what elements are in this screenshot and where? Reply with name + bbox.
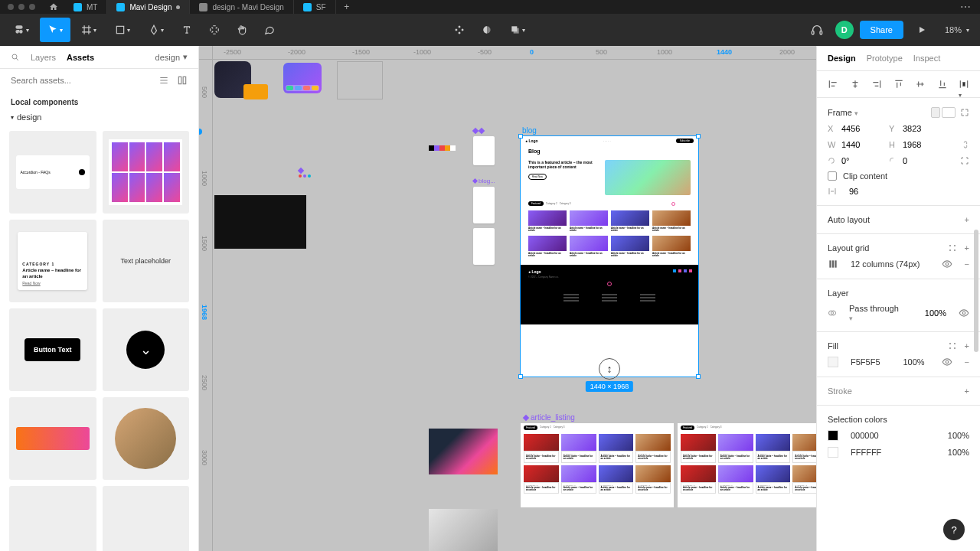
frame-label[interactable]: blog [522,126,537,135]
traffic-max[interactable] [29,4,35,10]
article-listing-frame[interactable]: FeaturedCategory 2Category 3 CATEGORY 1A… [521,423,674,507]
blog-frame[interactable]: 1440 × 1968 ● Logo· · · · ·Subscribe Blo… [521,136,698,377]
canvas-color-swatches[interactable] [429,145,456,151]
list-view-button[interactable] [158,75,169,86]
checkbox[interactable] [828,171,837,181]
spacing-input[interactable] [849,187,880,196]
add-autolayout-button[interactable]: + [965,215,969,224]
color-opacity[interactable]: 100% [948,431,969,440]
fill-style-button[interactable] [948,341,957,350]
independent-corners-button[interactable] [960,156,969,165]
present-button[interactable] [910,18,934,42]
traffic-close[interactable] [8,4,14,10]
comment-tool[interactable] [257,18,282,42]
zoom-dropdown[interactable]: 18%▾ [940,25,974,34]
color-opacity[interactable]: 100% [948,448,969,457]
canvas-meeting-image[interactable] [429,509,498,551]
fill-visibility-button[interactable] [942,357,952,367]
page-selector[interactable]: design ▾ [155,52,188,62]
canvas-laptop-image[interactable] [429,429,498,474]
asset-gradient-banner[interactable] [9,397,96,480]
canvas-phone-mockup[interactable] [214,61,268,99]
selection-handle[interactable] [518,134,523,139]
resize-to-fit-button[interactable] [960,108,969,117]
canvas-dots[interactable] [299,174,311,178]
component-marker[interactable] [299,168,303,173]
add-stroke-button[interactable]: + [965,386,969,396]
scrollbar[interactable] [974,230,978,352]
file-tab[interactable]: SF [294,0,336,14]
library-button[interactable] [177,75,188,86]
inspect-tab[interactable]: Inspect [913,46,940,70]
clip-content-row[interactable]: Clip content [817,168,980,184]
fill-swatch[interactable] [828,357,838,367]
user-avatar[interactable]: D [835,21,854,39]
asset-grid-thumbs[interactable] [103,131,190,214]
selection-handle[interactable] [696,134,701,139]
share-button[interactable]: Share [860,21,903,39]
canvas[interactable]: -2500 -2000 -1500 -1000 -500 0 500 1000 … [199,46,816,551]
grid-style-button[interactable] [948,243,957,253]
align-left-icon[interactable] [828,79,838,90]
canvas-empty-frame[interactable] [337,61,383,99]
help-button[interactable]: ? [943,519,965,540]
asset-accordion[interactable]: Accordion - FAQs [9,131,96,214]
fill-hex[interactable]: F5F5F5 [851,357,890,367]
asset-article-card[interactable]: CATEGORY 1Article name – headline for an… [9,220,96,302]
asset-arrow-circle[interactable]: ⌄ [103,308,190,391]
pen-tool[interactable]: ▾ [141,18,172,42]
frame-tool[interactable]: ▾ [74,18,104,42]
layer-visibility-button[interactable] [959,308,969,318]
asset-button[interactable]: Button Text [9,308,96,391]
w-input[interactable] [841,140,877,149]
canvas-mini-card[interactable] [473,187,495,223]
traffic-min[interactable] [18,4,24,10]
component-label[interactable]: article_listing [524,413,575,422]
color-hex[interactable]: FFFFFF [851,448,936,457]
remove-grid-button[interactable]: − [965,259,969,269]
shape-tool[interactable]: ▾ [107,18,138,42]
align-top-icon[interactable] [893,79,904,90]
article-listing-frame-variant[interactable]: FeaturedCategory 2Category 3 CATEGORY 1A… [678,423,816,507]
components-button[interactable] [447,18,472,42]
main-menu-button[interactable]: ▾ [6,18,37,42]
audio-button[interactable] [805,18,829,42]
constrain-proportions-button[interactable] [962,139,969,150]
new-tab-button[interactable]: + [336,0,358,14]
asset-item[interactable] [9,486,96,551]
remove-fill-button[interactable]: − [965,357,969,367]
file-tab[interactable]: design - Mavi Design [190,0,293,14]
component-label[interactable]: blog... [473,178,495,184]
blend-mode-dropdown[interactable]: Pass through ▾ [849,304,903,322]
asset-tree-item[interactable]: ▾design [0,109,198,125]
align-right-icon[interactable] [871,79,882,90]
distribute-icon[interactable]: ▾ [959,79,969,90]
add-fill-button[interactable]: + [965,341,969,350]
fill-opacity[interactable]: 100% [903,357,924,367]
prototype-tab[interactable]: Prototype [867,46,903,70]
component-marker[interactable] [473,129,484,133]
hand-tool[interactable] [230,18,254,42]
assets-tab[interactable]: Assets [67,53,94,62]
h-input[interactable] [903,140,938,149]
color-swatch[interactable] [828,447,838,458]
file-tab[interactable]: Mavi Design [107,0,190,14]
asset-text-placeholder[interactable]: Text placeholder [103,220,190,302]
color-swatch[interactable] [828,430,838,441]
assets-search-input[interactable] [11,76,151,85]
color-hex[interactable]: 000000 [851,431,936,440]
canvas-dark-frame[interactable] [214,195,306,249]
grid-visibility-button[interactable] [942,259,952,269]
layer-opacity-input[interactable] [916,308,946,318]
selection-handle[interactable] [696,374,701,379]
boolean-button[interactable]: ▾ [502,18,533,42]
align-bottom-icon[interactable] [937,79,948,90]
frame-orientation[interactable] [931,107,956,118]
align-vcenter-icon[interactable] [915,79,926,90]
asset-avatar-photo[interactable] [103,397,190,480]
text-tool[interactable] [175,18,199,42]
layers-tab[interactable]: Layers [31,53,56,62]
rotation-input[interactable] [841,156,877,165]
y-input[interactable] [903,124,938,133]
resources-tool[interactable] [202,18,227,42]
